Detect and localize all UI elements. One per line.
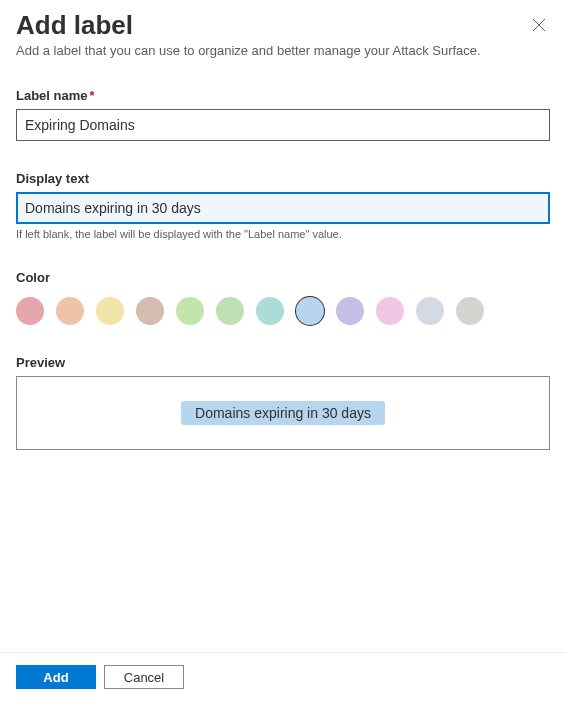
display-text-input[interactable] [16,192,550,224]
color-swatch-2[interactable] [96,297,124,325]
display-text-hint: If left blank, the label will be display… [16,228,550,240]
color-swatch-row [16,297,550,325]
add-button[interactable]: Add [16,665,96,689]
color-label: Color [16,270,550,285]
display-text-label: Display text [16,171,550,186]
dialog-title: Add label [16,10,133,41]
close-button[interactable] [528,14,550,39]
color-swatch-11[interactable] [456,297,484,325]
color-swatch-0[interactable] [16,297,44,325]
color-swatch-9[interactable] [376,297,404,325]
color-swatch-1[interactable] [56,297,84,325]
preview-label: Preview [16,355,550,370]
close-icon [532,20,546,35]
color-swatch-5[interactable] [216,297,244,325]
color-swatch-4[interactable] [176,297,204,325]
label-name-input[interactable] [16,109,550,141]
color-swatch-8[interactable] [336,297,364,325]
color-swatch-10[interactable] [416,297,444,325]
label-name-label: Label name* [16,88,550,103]
color-swatch-7[interactable] [296,297,324,325]
color-swatch-6[interactable] [256,297,284,325]
preview-chip: Domains expiring in 30 days [181,401,385,425]
dialog-subtitle: Add a label that you can use to organize… [16,43,550,58]
preview-box: Domains expiring in 30 days [16,376,550,450]
dialog-footer: Add Cancel [0,652,566,701]
required-indicator: * [90,88,95,103]
cancel-button[interactable]: Cancel [104,665,184,689]
color-swatch-3[interactable] [136,297,164,325]
